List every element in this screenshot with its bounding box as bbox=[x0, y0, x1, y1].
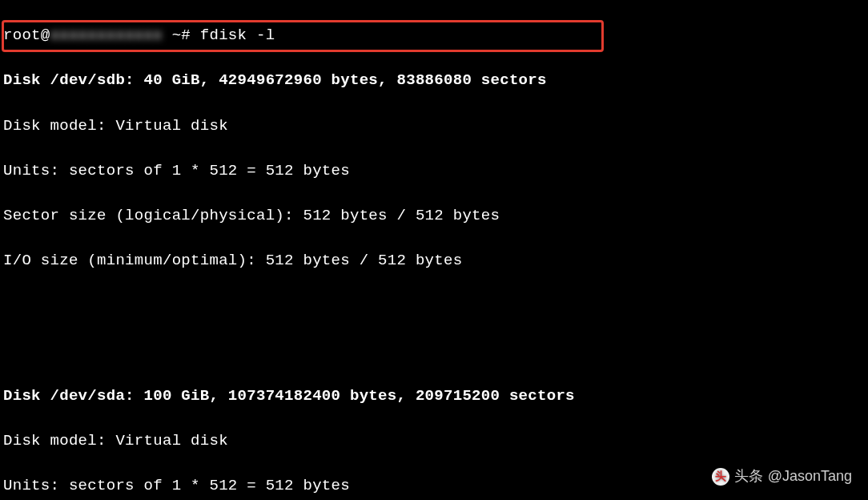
prompt-cwd: ~# bbox=[172, 26, 191, 44]
sda-model: Disk model: Virtual disk bbox=[3, 429, 865, 452]
terminal-output: root@xxxxxxxxxxxx ~# fdisk -l Disk /dev/… bbox=[0, 0, 868, 500]
prompt-line: root@xxxxxxxxxxxx ~# fdisk -l bbox=[3, 24, 865, 46]
watermark-handle: @JasonTang bbox=[768, 466, 852, 487]
prompt-host-obscured: xxxxxxxxxxxx bbox=[50, 24, 163, 46]
sdb-units: Units: sectors of 1 * 512 = 512 bytes bbox=[3, 159, 865, 182]
sdb-model: Disk model: Virtual disk bbox=[3, 115, 865, 137]
watermark: 头 头条@JasonTang bbox=[712, 466, 852, 487]
watermark-icon: 头 bbox=[712, 468, 729, 486]
sdb-sector-size: Sector size (logical/physical): 512 byte… bbox=[3, 204, 865, 227]
sdb-io-size: I/O size (minimum/optimal): 512 bytes / … bbox=[3, 249, 865, 272]
blank-line-1 bbox=[3, 294, 865, 317]
prompt-user: root@ bbox=[3, 26, 50, 44]
prompt-command: fdisk -l bbox=[200, 26, 275, 44]
blank-line-2 bbox=[3, 340, 865, 362]
sdb-header: Disk /dev/sdb: 40 GiB, 42949672960 bytes… bbox=[3, 69, 865, 91]
sda-header: Disk /dev/sda: 100 GiB, 107374182400 byt… bbox=[3, 385, 865, 407]
watermark-label: 头条 bbox=[734, 466, 763, 487]
